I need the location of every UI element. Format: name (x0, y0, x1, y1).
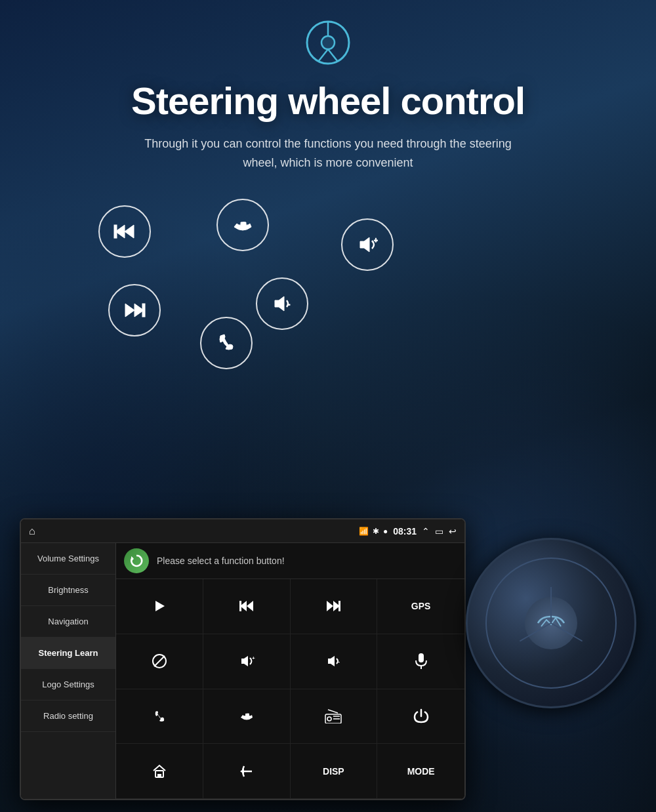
svg-line-24 (154, 656, 165, 666)
phone-call-button[interactable] (116, 689, 203, 744)
svg-marker-25 (241, 656, 248, 666)
svg-marker-13 (275, 296, 284, 311)
steering-wheel-icon (305, 20, 351, 66)
sidebar-item-volume[interactable]: Volume Settings (21, 543, 115, 575)
main-panel: Please select a function button! (116, 543, 464, 799)
svg-marker-15 (131, 556, 134, 561)
steering-wheel-image (466, 538, 636, 708)
svg-text:+: + (374, 237, 378, 244)
phone-end-button[interactable] (203, 689, 291, 744)
header-section: Steering wheel control Through it you ca… (0, 0, 656, 173)
page-title: Steering wheel control (0, 79, 656, 123)
svg-text:+: + (252, 655, 255, 661)
svg-line-3 (318, 49, 328, 62)
floating-icons-area: + - (0, 179, 656, 455)
bluetooth-icon: ✱ (373, 527, 379, 536)
svg-marker-27 (328, 656, 335, 666)
disp-button[interactable]: DISP (291, 744, 378, 799)
volume-up-icon: + (341, 218, 394, 271)
svg-marker-8 (360, 237, 369, 252)
mode-button[interactable]: MODE (377, 744, 464, 799)
status-right-icons: ⌃ ▭ ↩ (422, 526, 457, 537)
status-time: 08:31 (393, 526, 417, 537)
function-bar: Please select a function button! (116, 543, 464, 579)
svg-rect-36 (157, 774, 161, 777)
back-nav-icon: ↩ (449, 526, 457, 537)
gps-button[interactable]: GPS (377, 579, 464, 634)
function-prompt: Please select a function button! (157, 556, 285, 566)
phone-icon (200, 317, 253, 369)
svg-rect-22 (338, 601, 340, 611)
rewind-button[interactable] (203, 579, 291, 634)
svg-rect-19 (239, 601, 241, 611)
svg-text:-: - (288, 300, 290, 308)
svg-marker-16 (155, 601, 165, 611)
device-screen: ⌂ 📶 ✱ ● 08:31 ⌃ ▭ ↩ Volume Settings (20, 518, 466, 800)
sidebar-item-logo-settings[interactable]: Logo Settings (21, 669, 115, 700)
screen-mirror-icon: ▭ (435, 526, 443, 537)
sidebar-item-navigation[interactable]: Navigation (21, 606, 115, 638)
svg-point-1 (321, 36, 335, 49)
back-button[interactable] (203, 744, 291, 799)
wifi-icon: 📶 (359, 527, 369, 536)
status-icons: 📶 ✱ ● (359, 527, 388, 536)
power-button[interactable] (377, 689, 464, 744)
svg-marker-10 (125, 304, 134, 317)
home-button[interactable] (116, 744, 203, 799)
fastforward-button[interactable] (291, 579, 378, 634)
svg-rect-12 (142, 304, 145, 317)
rewind-icon (98, 205, 151, 258)
volume-down-icon: - (256, 277, 308, 330)
steering-inner-ring (485, 558, 617, 689)
svg-marker-20 (327, 601, 333, 611)
button-grid: GPS + (116, 579, 464, 799)
settings-sidebar: Volume Settings Brightness Navigation St… (21, 543, 116, 799)
home-status-icon: ⌂ (29, 525, 35, 537)
svg-rect-29 (419, 653, 424, 662)
svg-rect-7 (114, 225, 117, 238)
spoke-1 (550, 587, 552, 623)
page-content: Steering wheel control Through it you ca… (0, 0, 656, 812)
sidebar-item-brightness[interactable]: Brightness (21, 575, 115, 606)
svg-marker-18 (247, 601, 253, 611)
mic-button[interactable] (377, 634, 464, 689)
volume-down-button[interactable]: - (291, 634, 378, 689)
refresh-button[interactable] (124, 548, 149, 573)
svg-text:-: - (338, 659, 340, 665)
svg-line-4 (328, 49, 338, 62)
signal-dot: ● (383, 527, 388, 536)
next-track-icon (108, 284, 161, 336)
svg-point-32 (327, 717, 331, 721)
volume-up-button[interactable]: + (203, 634, 291, 689)
page-subtitle: Through it you can control the functions… (131, 134, 525, 173)
status-bar: ⌂ 📶 ✱ ● 08:31 ⌃ ▭ ↩ (21, 519, 464, 543)
sidebar-item-steering-learn[interactable]: Steering Learn (21, 638, 115, 669)
svg-marker-6 (125, 225, 134, 238)
sidebar-item-radio[interactable]: Radio setting (21, 700, 115, 732)
phone-end-icon (216, 199, 269, 251)
signal-up-icon: ⌃ (422, 526, 430, 537)
radio-button[interactable] (291, 689, 378, 744)
mute-button[interactable] (116, 634, 203, 689)
play-button[interactable] (116, 579, 203, 634)
screen-body: Volume Settings Brightness Navigation St… (21, 543, 464, 799)
